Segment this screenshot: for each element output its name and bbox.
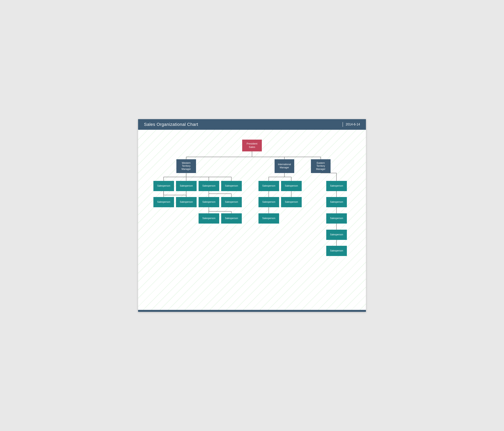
salesperson-w1-r2: Salesperson xyxy=(153,197,174,207)
salesperson-e1-r3: Salesperson xyxy=(326,213,347,224)
header: Sales Organizational Chart 2014-6-14 xyxy=(138,119,366,130)
header-date-group: 2014-6-14 xyxy=(342,122,360,127)
salesperson-e1-r2: Salesperson xyxy=(326,197,347,207)
salesperson-w3-r3: Salesperson xyxy=(198,213,219,224)
salesperson-e1-r5: Salesperson xyxy=(326,246,347,256)
chart-area: PresidentSales WesternTerritoryManager I… xyxy=(138,130,366,295)
connector-lines xyxy=(148,136,356,283)
salesperson-i1-r1: Salesperson xyxy=(259,181,279,191)
president-node: PresidentSales xyxy=(242,140,262,151)
eastern-manager-node: EasternTerritoryManager xyxy=(311,159,331,173)
salesperson-i2-r2: Salesperson xyxy=(281,197,302,207)
western-manager-node: WesternTerritoryManager xyxy=(176,159,196,173)
page: Sales Organizational Chart 2014-6-14 xyxy=(138,119,366,312)
salesperson-i2-r1: Salesperson xyxy=(281,181,302,191)
salesperson-w3-r2: Salesperson xyxy=(198,197,219,207)
salesperson-w2-r1: Salesperson xyxy=(176,181,197,191)
salesperson-w4-r2: Salesperson xyxy=(221,197,242,207)
salesperson-e1-r4: Salesperson xyxy=(326,230,347,240)
salesperson-w2-r2: Salesperson xyxy=(176,197,197,207)
org-chart: PresidentSales WesternTerritoryManager I… xyxy=(148,136,356,283)
international-manager-node: InternationalManager xyxy=(275,159,294,173)
salesperson-e1-r1: Salesperson xyxy=(326,181,347,191)
footer-bar xyxy=(138,310,366,312)
salesperson-w4-r3: Salesperson xyxy=(221,213,242,224)
salesperson-w4-r1: Salesperson xyxy=(221,181,242,191)
header-date: 2014-6-14 xyxy=(346,123,360,126)
header-divider xyxy=(342,122,343,127)
salesperson-i1-r2: Salesperson xyxy=(259,197,279,207)
salesperson-w1-r1: Salesperson xyxy=(153,181,174,191)
chart-title: Sales Organizational Chart xyxy=(144,122,198,127)
salesperson-i1-r3: Salesperson xyxy=(259,213,279,224)
salesperson-w3-r1: Salesperson xyxy=(198,181,219,191)
